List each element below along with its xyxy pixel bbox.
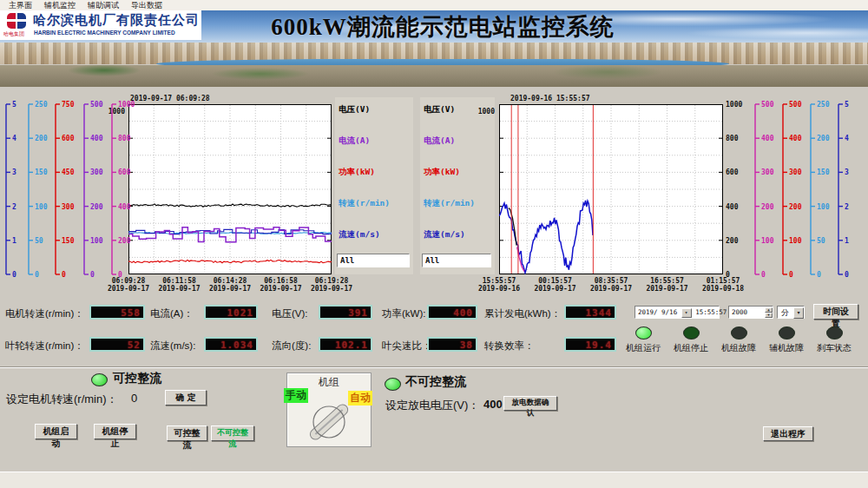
confirm-button[interactable]: 确 定 bbox=[165, 390, 207, 406]
readout-label: 流向(度): bbox=[272, 340, 311, 353]
menu-item[interactable]: 主界面 bbox=[5, 1, 36, 10]
duration-value: 2000 bbox=[732, 308, 747, 316]
x-axis-tick-label: 06:19:282019-09-17 bbox=[306, 277, 358, 293]
svg-text:300: 300 bbox=[62, 203, 75, 211]
legend-item[interactable]: 转速(r/min) bbox=[424, 198, 475, 209]
menu-item[interactable]: 辅机监控 bbox=[41, 1, 79, 10]
svg-text:800: 800 bbox=[118, 135, 131, 142]
svg-text:150: 150 bbox=[817, 168, 830, 176]
svg-text:0: 0 bbox=[118, 271, 122, 279]
set-motor-speed-value[interactable]: 0 bbox=[131, 392, 137, 405]
y-axis-tick-label: 1000 bbox=[726, 101, 742, 109]
right-chart-ymax-label: 1000 bbox=[467, 108, 495, 115]
value-axis: 5004003002001000 bbox=[779, 99, 806, 280]
chevron-down-icon[interactable]: ▾ bbox=[793, 307, 804, 319]
legend-item[interactable]: 电压(V) bbox=[424, 104, 455, 115]
svg-text:200: 200 bbox=[761, 203, 774, 211]
controlled-rectify-button[interactable]: 可控整流 bbox=[167, 425, 207, 441]
left-trend-plot[interactable] bbox=[128, 104, 332, 274]
svg-text:400: 400 bbox=[789, 135, 802, 142]
mode-knob-icon[interactable] bbox=[299, 399, 359, 445]
svg-text:200: 200 bbox=[789, 203, 802, 211]
led-display: 558 bbox=[89, 305, 145, 320]
svg-text:2: 2 bbox=[845, 203, 849, 211]
svg-text:150: 150 bbox=[62, 237, 75, 245]
svg-text:150: 150 bbox=[35, 168, 48, 176]
svg-text:0: 0 bbox=[817, 271, 821, 279]
status-lamp bbox=[731, 326, 747, 340]
status-lamp bbox=[826, 326, 843, 340]
svg-text:600: 600 bbox=[62, 135, 75, 142]
y-axis-tick-label: 200 bbox=[726, 237, 738, 245]
legend-all-dropdown[interactable]: All bbox=[337, 254, 410, 267]
svg-text:100: 100 bbox=[817, 203, 830, 211]
time-set-button[interactable]: 时间设置 bbox=[813, 304, 858, 320]
right-chart-legend: 电压(V)电流(A)功率(kW)转速(r/min)流速(m/s)All bbox=[420, 97, 495, 274]
svg-text:500: 500 bbox=[761, 101, 774, 109]
date-value: 2019/ 9/16 bbox=[638, 308, 677, 316]
right-trend-plot[interactable] bbox=[499, 104, 723, 274]
discharge-confirm-button[interactable]: 放电数据确认 bbox=[503, 396, 557, 411]
svg-text:250: 250 bbox=[35, 101, 48, 109]
y-axis-tick-label: 0 bbox=[726, 271, 730, 279]
value-axis: 543210 bbox=[835, 99, 858, 280]
menu-bar: 主界面辅机监控辅助调试导出数据 bbox=[0, 0, 868, 10]
svg-text:3: 3 bbox=[12, 168, 16, 176]
legend-item[interactable]: 功率(kW) bbox=[424, 167, 460, 178]
unit-select[interactable]: 分 ▾ bbox=[777, 306, 805, 319]
time-value: 15:55:57 bbox=[695, 308, 727, 316]
svg-text:0: 0 bbox=[12, 271, 16, 279]
company-logo: 哈电集团 哈尔滨电机厂有限责任公司 HARBIN ELECTRIC MACHIN… bbox=[0, 10, 201, 40]
uncontrolled-rectify-lamp bbox=[385, 378, 401, 391]
value-axis: 5004003002001000 bbox=[81, 99, 107, 280]
x-axis-tick-label: 06:16:582019-09-17 bbox=[255, 277, 307, 293]
logo-caption: 哈电集团 bbox=[3, 30, 33, 38]
led-display: 400 bbox=[427, 305, 477, 320]
led-display: 52 bbox=[89, 337, 145, 352]
legend-item[interactable]: 功率(kW) bbox=[339, 167, 375, 178]
svg-text:1000: 1000 bbox=[118, 101, 135, 109]
status-light-label: 机组运行 bbox=[620, 342, 667, 354]
svg-text:4: 4 bbox=[845, 135, 849, 142]
legend-item[interactable]: 流速(m/s) bbox=[424, 229, 465, 241]
unit-stop-button[interactable]: 机组停止 bbox=[94, 424, 136, 439]
svg-text:400: 400 bbox=[90, 135, 103, 142]
legend-item[interactable]: 流速(m/s) bbox=[339, 229, 380, 241]
svg-text:3: 3 bbox=[845, 168, 849, 176]
status-light-label: 机组故障 bbox=[715, 342, 762, 354]
readout-label: 电机转速(r/min)： bbox=[5, 307, 84, 320]
legend-all-dropdown[interactable]: All bbox=[422, 254, 491, 267]
svg-text:200: 200 bbox=[35, 135, 48, 142]
set-discharge-value[interactable]: 400 bbox=[483, 398, 503, 411]
svg-text:300: 300 bbox=[789, 168, 802, 176]
legend-item[interactable]: 电流(A) bbox=[339, 135, 370, 147]
menu-item[interactable]: 导出数据 bbox=[128, 1, 166, 10]
legend-item[interactable]: 电流(A) bbox=[424, 135, 455, 147]
svg-text:5: 5 bbox=[12, 101, 16, 109]
uncontrolled-rectify-button[interactable]: 不可控整流 bbox=[211, 425, 254, 441]
svg-text:200: 200 bbox=[90, 203, 103, 211]
led-display: 1.034 bbox=[204, 337, 258, 352]
datetime-picker[interactable]: 2019/ 9/16 ▾ 15:55:57 ▲▼ bbox=[635, 306, 720, 319]
legend-item[interactable]: 转速(r/min) bbox=[339, 198, 390, 209]
svg-text:100: 100 bbox=[761, 237, 774, 245]
svg-text:0: 0 bbox=[35, 271, 39, 279]
svg-text:5: 5 bbox=[845, 101, 849, 109]
readout-label: 叶轮转速(r/min)： bbox=[5, 340, 84, 353]
exit-program-button[interactable]: 退出程序 bbox=[763, 426, 813, 441]
svg-text:250: 250 bbox=[817, 101, 830, 109]
svg-text:0: 0 bbox=[62, 271, 66, 279]
status-light-label: 机组停止 bbox=[667, 342, 714, 354]
unit-start-button[interactable]: 机组启动 bbox=[35, 424, 77, 439]
set-motor-speed-label: 设定电机转速(r/min)： bbox=[6, 392, 118, 407]
divider-highlight bbox=[0, 367, 868, 368]
chevron-down-icon[interactable]: ▾ bbox=[681, 308, 692, 318]
set-discharge-label: 设定放电电压(V)： bbox=[385, 398, 479, 413]
duration-input[interactable]: 2000 ▲▼ bbox=[728, 306, 773, 319]
status-light-label: 刹车状态 bbox=[811, 342, 858, 354]
readout-label: 叶尖速比： bbox=[382, 340, 432, 353]
menu-item[interactable]: 辅助调试 bbox=[84, 1, 122, 10]
x-axis-tick-label: 08:35:572019-09-17 bbox=[585, 277, 637, 293]
legend-item[interactable]: 电压(V) bbox=[339, 104, 370, 115]
duration-spinner[interactable]: ▲▼ bbox=[765, 307, 773, 317]
